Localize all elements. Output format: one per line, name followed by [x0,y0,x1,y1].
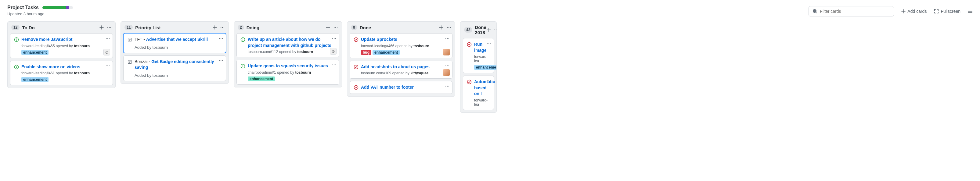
card-link[interactable]: Advertise that we accept Skrill [146,37,208,42]
search-icon [813,9,818,14]
card-menu-button[interactable]: ··· [219,36,223,41]
card[interactable]: ··· Add headshots to about us pagestosbo… [350,60,452,79]
card-title: Remove more JavaScript [21,37,109,43]
issue-closed-icon [354,37,358,42]
card-menu-button[interactable]: ··· [445,36,450,41]
plus-icon [486,27,491,32]
card-labels: bugenhancement [361,50,449,55]
column-header: 12 To Do ··· [8,22,115,33]
card-title: Add headshots to about us pages [361,64,449,70]
assignee-avatar[interactable]: ☺ [330,48,337,54]
card[interactable]: ··· Automaticbased on lforward-lea [463,76,494,110]
fullscreen-button[interactable]: Fullscreen [934,9,961,14]
column-menu-button[interactable]: ··· [334,25,338,30]
card-menu-button[interactable]: ··· [219,58,223,63]
column-header: 2 Doing ··· [234,22,342,33]
svg-point-7 [243,38,243,39]
card[interactable]: ··· Bonzai - Get Badge editing consisten… [123,56,226,81]
svg-rect-5 [16,67,17,68]
assignee-avatar[interactable] [443,69,450,76]
card-link[interactable]: Add VAT number to footer [361,85,414,90]
assignee-avatar[interactable] [443,49,450,56]
assignee-avatar[interactable]: ☺ [103,49,110,56]
note-icon [127,37,132,42]
column-add-button[interactable] [326,25,331,30]
column-menu-button[interactable]: ··· [107,25,112,30]
card-link[interactable]: Write up an article about how we do proj… [248,37,331,48]
column: 2 Doing ··· ··· Write up an article abou… [234,21,342,87]
card-link[interactable]: Run image [474,42,486,53]
label-enhancement_blue: enhancement [21,50,49,55]
column-menu-button[interactable]: ··· [447,25,451,30]
label-enhancement_blue: enhancement [474,65,497,70]
card-title: Update gems to squash security issues [248,63,335,69]
card-menu-button[interactable]: ··· [332,36,337,41]
fullscreen-icon [934,9,939,14]
svg-rect-8 [243,40,243,41]
card[interactable]: ··· Remove more JavaScriptforward-leadin… [10,33,113,58]
plus-icon [901,9,905,13]
card-link[interactable]: Automatic [474,79,495,84]
card-menu-button[interactable]: ··· [487,78,491,83]
column-title: To Do [22,25,99,30]
column-add-button[interactable] [99,25,104,30]
card-meta: tosbourn.com#112 opened by tosbourn [248,50,335,54]
card-menu-button[interactable]: ··· [105,36,110,41]
svg-point-4 [16,66,17,67]
card[interactable]: ··· Write up an article about how we do … [237,33,339,57]
card-meta: chairbot-admin#1 opened by tosbourn [248,70,335,75]
column-title: Done [360,25,439,30]
card[interactable]: ··· Update gems to squash security issue… [237,60,339,85]
svg-rect-2 [16,40,17,41]
issue-closed-icon [354,85,358,90]
card-link[interactable]: Enable show more on videos [21,64,80,69]
card-link[interactable]: Update gems to squash security issues [248,64,328,68]
card-title: Write up an article about how we do proj… [248,37,335,48]
column: 11 Priority List ··· ··· TFT - Advertise… [121,21,229,84]
menu-button[interactable] [968,9,973,14]
column-add-button[interactable] [212,25,217,30]
column-menu-button[interactable]: ··· [494,27,497,32]
card[interactable]: ··· Update Sprocketsforward-leading#466 … [350,33,452,58]
add-cards-button[interactable]: Add cards [901,9,927,14]
progress-done [42,6,66,9]
card[interactable]: ··· Enable show more on videosforward-le… [10,60,113,86]
added-by: Added by tosbourn [127,45,222,50]
card[interactable]: ··· TFT - Advertise that we accept Skril… [123,33,226,53]
column-cards: ··· Write up an article about how we do … [234,33,342,87]
column-count: 12 [11,25,19,30]
card-title: Update Sprockets [361,37,449,43]
card-menu-button[interactable]: ··· [445,64,450,68]
column-add-button[interactable] [486,27,491,32]
card[interactable]: ··· Add VAT number to footer [350,81,452,94]
card-menu-button[interactable]: ··· [332,62,337,67]
column-title: Priority List [135,25,212,30]
svg-point-10 [243,65,243,66]
card-menu-button[interactable]: ··· [105,64,110,68]
plus-icon [212,25,217,30]
card-link[interactable]: Remove more JavaScript [21,37,72,42]
card-title: Bonzai - Get Badge editing consistently … [135,59,222,71]
note-icon [127,59,132,64]
issue-closed-icon [467,42,472,47]
column-count: 2 [238,25,244,30]
label-bug: bug [361,50,371,55]
filter-cards-input-wrap[interactable] [808,6,894,16]
card-link[interactable]: Update Sprockets [361,37,397,42]
updated-text: Updated 3 hours ago [7,11,73,16]
card-link[interactable]: based on l [474,85,486,96]
card-meta: forward-leading#461 opened by tosbourn [21,71,109,75]
card-title: TFT - Advertise that we accept Skrill [135,37,222,43]
column-title: Done 2018 [475,25,486,35]
menu-icon [968,9,973,14]
card-menu-button[interactable]: ··· [445,84,450,89]
plus-icon [439,25,444,30]
card-menu-button[interactable]: ··· [487,41,491,46]
column-add-button[interactable] [439,25,444,30]
card[interactable]: ··· Run imageforward-leaenhancement [463,38,494,73]
column-menu-button[interactable]: ··· [220,25,225,30]
filter-cards-input[interactable] [820,9,890,14]
card-link[interactable]: Add headshots to about us pages [361,64,430,69]
issue-closed-icon [354,65,358,70]
project-title: Project Tasks [7,5,39,10]
